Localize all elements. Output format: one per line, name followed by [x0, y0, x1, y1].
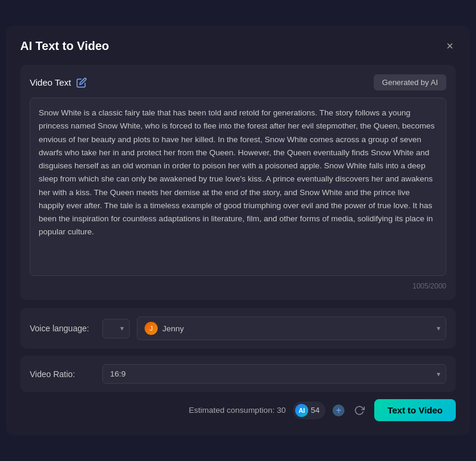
credit-icon: AI: [295, 404, 308, 417]
voice-settings-row: Voice language: English (US) English (UK…: [20, 308, 456, 349]
video-ratio-select[interactable]: 16:9 9:16 1:1 4:3: [102, 364, 446, 384]
modal-header: AI Text to Video ×: [20, 37, 456, 54]
footer-row: Estimated consumption: 30 AI 54 + Text t…: [20, 399, 456, 421]
voice-language-select[interactable]: English (US) English (UK) Spanish French…: [102, 319, 130, 338]
video-text-label: Video Text: [30, 77, 87, 88]
consumption-text: Estimated consumption: 30: [189, 406, 286, 415]
video-text-section: Video Text Generated by AI Snow White is…: [20, 65, 456, 300]
modal-title: AI Text to Video: [20, 39, 109, 53]
edit-icon: [76, 77, 87, 88]
voice-avatar: J: [145, 322, 158, 335]
voice-name-select[interactable]: J Jenny: [137, 316, 446, 340]
voice-language-label: Voice language:: [30, 324, 95, 333]
generated-by-ai-button[interactable]: Generated by AI: [374, 74, 446, 90]
modal-container: AI Text to Video × Video Text Generated …: [6, 26, 470, 435]
credit-badge: AI 54: [293, 402, 325, 419]
generate-button[interactable]: Text to Video: [374, 399, 456, 421]
video-text-header: Video Text Generated by AI: [30, 74, 446, 90]
refresh-icon: [354, 405, 365, 416]
refresh-button[interactable]: [352, 403, 367, 418]
char-count: 1005/2000: [30, 282, 446, 290]
video-ratio-row: Video Ratio: 16:9 9:16 1:1 4:3 ▾: [20, 356, 456, 392]
credit-count: 54: [311, 406, 320, 415]
voice-name-select-container: J Jenny ▾: [137, 316, 446, 340]
voice-name-label: Jenny: [162, 324, 184, 333]
video-ratio-select-wrapper: 16:9 9:16 1:1 4:3 ▾: [102, 364, 446, 384]
voice-language-select-wrapper: English (US) English (UK) Spanish French…: [102, 319, 130, 338]
video-text-input[interactable]: Snow White is a classic fairy tale that …: [30, 98, 446, 276]
add-credit-button[interactable]: +: [333, 404, 345, 416]
close-button[interactable]: ×: [444, 37, 456, 54]
video-ratio-label: Video Ratio:: [30, 369, 95, 379]
